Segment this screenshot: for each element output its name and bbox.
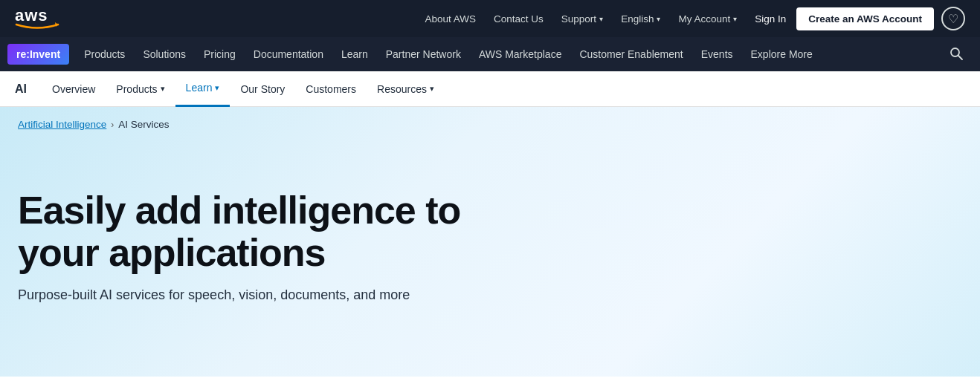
products-chevron-icon: ▾ [161, 84, 165, 94]
nav-documentation[interactable]: Documentation [245, 37, 332, 71]
nav-learn[interactable]: Learn [332, 37, 377, 71]
learn-chevron-icon: ▾ [215, 83, 219, 93]
nav-partner-network[interactable]: Partner Network [377, 37, 470, 71]
nav-pricing[interactable]: Pricing [195, 37, 245, 71]
aws-logo-text: aws [15, 3, 59, 34]
svg-text:aws: aws [15, 6, 48, 25]
sign-in-link[interactable]: Sign In [747, 9, 793, 29]
user-icon-button[interactable]: ♡ [941, 7, 965, 30]
about-aws-link[interactable]: About AWS [418, 9, 484, 29]
hero-subtitle: Purpose-built AI services for speech, vi… [18, 287, 962, 303]
main-nav-items: Products Solutions Pricing Documentation… [75, 37, 973, 71]
my-account-dropdown[interactable]: My Account ▾ [671, 9, 744, 29]
search-icon [949, 46, 964, 63]
nav-customer-enablement[interactable]: Customer Enablement [570, 37, 692, 71]
contact-us-link[interactable]: Contact Us [486, 9, 551, 29]
main-nav: re:Invent Products Solutions Pricing Doc… [0, 37, 980, 71]
nav-solutions[interactable]: Solutions [134, 37, 195, 71]
subnav-our-story[interactable]: Our Story [230, 71, 295, 107]
hero-section: Artificial Intelligence › AI Services Ea… [0, 107, 980, 377]
nav-events[interactable]: Events [692, 37, 742, 71]
resources-chevron-icon: ▾ [430, 84, 434, 94]
subnav-learn-dropdown[interactable]: Learn ▾ [175, 71, 231, 107]
breadcrumb: Artificial Intelligence › AI Services [18, 119, 962, 130]
svg-line-3 [958, 55, 963, 59]
subnav-customers[interactable]: Customers [295, 71, 367, 107]
hero-title: Easily add intelligence to your applicat… [18, 189, 523, 274]
subnav-overview[interactable]: Overview [42, 71, 106, 107]
breadcrumb-separator: › [111, 120, 114, 130]
subnav-resources-dropdown[interactable]: Resources ▾ [367, 71, 445, 107]
sub-nav-items: Overview Products ▾ Learn ▾ Our Story Cu… [42, 71, 445, 107]
my-account-chevron-icon: ▾ [733, 15, 737, 23]
search-button[interactable] [940, 37, 973, 71]
english-dropdown[interactable]: English ▾ [613, 9, 668, 29]
aws-logo: aws [15, 3, 59, 34]
english-chevron-icon: ▾ [657, 15, 660, 23]
nav-explore-more[interactable]: Explore More [742, 37, 822, 71]
hero-content: Easily add intelligence to your applicat… [18, 189, 962, 333]
support-dropdown[interactable]: Support ▾ [554, 9, 610, 29]
top-bar: aws About AWS Contact Us Support ▾ Engli… [0, 0, 980, 37]
subnav-products-dropdown[interactable]: Products ▾ [106, 71, 175, 107]
reinvent-badge[interactable]: re:Invent [7, 44, 69, 65]
support-chevron-icon: ▾ [599, 15, 603, 23]
top-bar-nav: About AWS Contact Us Support ▾ English ▾… [418, 7, 966, 30]
aws-logo-container[interactable]: aws [15, 3, 59, 34]
user-icon: ♡ [948, 12, 958, 26]
breadcrumb-current: AI Services [118, 119, 169, 130]
create-account-button[interactable]: Create an AWS Account [796, 7, 934, 30]
sub-nav-brand: AI [15, 82, 27, 96]
nav-aws-marketplace[interactable]: AWS Marketplace [470, 37, 571, 71]
sub-nav: AI Overview Products ▾ Learn ▾ Our Story… [0, 71, 980, 107]
nav-products[interactable]: Products [75, 37, 134, 71]
breadcrumb-parent-link[interactable]: Artificial Intelligence [18, 119, 106, 130]
